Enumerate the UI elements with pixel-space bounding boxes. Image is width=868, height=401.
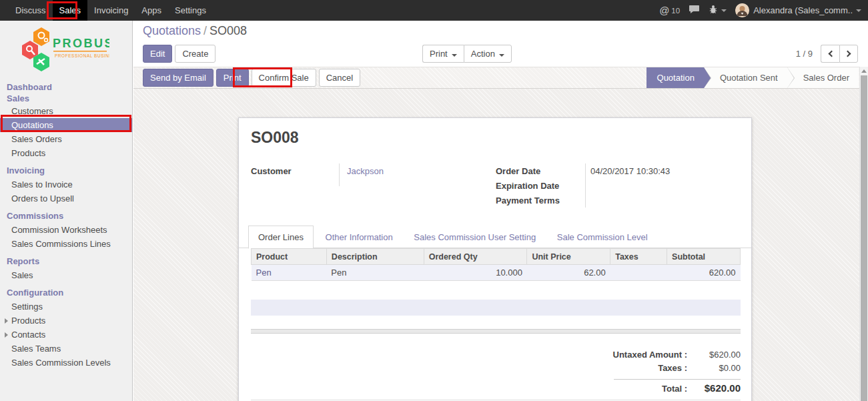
sidebar-item-sales-commission-levels[interactable]: Sales Commission Levels [0, 356, 132, 370]
totals-block: Untaxed Amount : $620.00 Taxes : $0.00 T… [540, 350, 741, 396]
svg-text:PROFESSIONAL BUSINESS: PROFESSIONAL BUSINESS [55, 53, 109, 58]
totals-divider [614, 379, 741, 380]
sidebar-item-commission-worksheets[interactable]: Commission Worksheets [0, 223, 132, 237]
sidebar-item-reports-sales[interactable]: Sales [0, 268, 132, 282]
sidebar-item-customers[interactable]: Customers [0, 104, 132, 118]
customer-value-link[interactable]: Jackpson [347, 166, 384, 176]
top-menu-sales[interactable]: Sales [53, 0, 88, 21]
vertical-scrollbar[interactable] [859, 67, 868, 401]
cell-description: Pen [326, 265, 424, 281]
chevron-right-icon [5, 318, 8, 324]
pager-previous-button[interactable] [821, 45, 839, 63]
stage-quotation[interactable]: Quotation [646, 67, 704, 88]
tab-sale-commission-level[interactable]: Sale Commission Level [548, 226, 657, 248]
cell-subtotal: 620.00 [667, 265, 741, 281]
sidebar-item-quotations[interactable]: Quotations [0, 118, 132, 132]
chevron-down-icon [721, 9, 727, 12]
order-lines-table: Product Description Ordered Qty Unit Pri… [251, 248, 741, 281]
tab-other-information[interactable]: Other Information [316, 226, 402, 248]
stage-sales-order[interactable]: Sales Order [787, 67, 859, 88]
list-footer-divider [251, 329, 741, 334]
print-dropdown-label: Print [430, 49, 448, 59]
user-menu-button[interactable]: Alexandra (Sales_comm.. [735, 3, 861, 17]
scroll-up-button[interactable] [860, 67, 868, 75]
sidebar-header-commissions[interactable]: Commissions [0, 209, 132, 223]
expiration-date-label: Expiration Date [496, 181, 559, 191]
notebook-tabs: Order Lines Other Information Sales Comm… [239, 225, 751, 248]
send-by-email-button[interactable]: Send by Email [143, 69, 213, 87]
top-menu-discuss[interactable]: Discuss [9, 0, 53, 21]
sidebar-item-settings[interactable]: Settings [0, 300, 132, 314]
breadcrumb-current: SO008 [209, 24, 247, 37]
sidebar-header-invoicing[interactable]: Invoicing [0, 163, 132, 177]
column-subtotal[interactable]: Subtotal [667, 249, 741, 265]
print-dropdown-button[interactable]: Print [422, 45, 464, 63]
field-separator [585, 163, 586, 208]
action-dropdown-button[interactable]: Action [464, 45, 512, 63]
chat-bubble-icon [689, 5, 700, 16]
print-button[interactable]: Print [216, 69, 249, 87]
customer-label: Customer [251, 166, 292, 176]
top-menu-settings[interactable]: Settings [168, 0, 213, 21]
stage-pipeline: Quotation Quotation Sent Sales Order [646, 67, 859, 88]
top-menu-invoicing[interactable]: Invoicing [87, 0, 135, 21]
chevron-down-icon [856, 9, 861, 12]
untaxed-amount-label: Untaxed Amount : [613, 350, 687, 360]
user-name-label: Alexandra (Sales_comm.. [753, 5, 853, 15]
top-navbar: Discuss Sales Invoicing Apps Settings @ … [0, 0, 868, 21]
stage-quotation-sent[interactable]: Quotation Sent [704, 67, 787, 88]
mention-count-badge: 10 [671, 7, 680, 15]
action-dropdown-label: Action [471, 49, 495, 59]
cancel-button[interactable]: Cancel [319, 69, 360, 87]
sidebar-item-label: Products [11, 316, 45, 326]
sidebar-item-label: Contacts [11, 330, 45, 340]
sidebar-item-sales-root[interactable]: Sales [0, 93, 132, 104]
edit-button[interactable]: Edit [143, 45, 172, 63]
cell-product[interactable]: Pen [252, 265, 327, 281]
triangle-up-icon [861, 69, 867, 73]
sidebar-item-sales-orders[interactable]: Sales Orders [0, 132, 132, 146]
document-title: SO008 [251, 129, 299, 147]
total-label: Total : [662, 384, 687, 394]
column-description[interactable]: Description [326, 249, 424, 265]
cell-taxes [610, 265, 667, 281]
column-ordered-qty[interactable]: Ordered Qty [424, 249, 527, 265]
confirm-sale-button[interactable]: Confirm Sale [252, 69, 316, 87]
sidebar-item-sales-teams[interactable]: Sales Teams [0, 342, 132, 356]
sidebar-item-config-products[interactable]: Products [0, 314, 132, 328]
table-row[interactable]: Pen Pen 10.000 62.00 620.00 [252, 265, 741, 281]
probuse-logo: PROBUSE PROFESSIONAL BUSINESS [21, 26, 132, 75]
breadcrumb-separator: / [201, 24, 209, 37]
column-product[interactable]: Product [252, 249, 327, 265]
sidebar-item-dashboard[interactable]: Dashboard [0, 81, 132, 93]
mentions-button[interactable]: @ 10 [659, 5, 680, 16]
sidebar-item-config-contacts[interactable]: Contacts [0, 328, 132, 342]
sidebar-item-sales-commissions-lines[interactable]: Sales Commissions Lines [0, 237, 132, 251]
sidebar: PROBUSE PROFESSIONAL BUSINESS Dashboard … [0, 21, 133, 401]
sidebar-item-products[interactable]: Products [0, 146, 132, 160]
at-icon: @ [659, 5, 669, 16]
column-taxes[interactable]: Taxes [610, 249, 667, 265]
sidebar-item-sales-to-invoice[interactable]: Sales to Invoice [0, 177, 132, 191]
top-menu-list: Discuss Sales Invoicing Apps Settings [9, 0, 213, 21]
chevron-left-icon [828, 51, 835, 57]
total-value: $620.00 [687, 382, 741, 394]
debug-menu-button[interactable] [709, 5, 727, 16]
scrollbar-thumb[interactable] [861, 75, 867, 401]
top-menu-apps[interactable]: Apps [135, 0, 168, 21]
tab-order-lines[interactable]: Order Lines [248, 226, 314, 249]
column-unit-price[interactable]: Unit Price [527, 249, 610, 265]
form-view-background: SO008 Customer Jackpson Order Date Expir… [133, 89, 868, 401]
messages-button[interactable] [689, 5, 700, 16]
chevron-right-icon [5, 332, 8, 338]
avatar [735, 3, 749, 17]
table-header-row: Product Description Ordered Qty Unit Pri… [252, 249, 741, 265]
tab-sales-commission-user-setting[interactable]: Sales Commission User Setting [404, 226, 545, 248]
pager-next-button[interactable] [839, 45, 858, 63]
create-button[interactable]: Create [175, 45, 215, 63]
sidebar-header-reports[interactable]: Reports [0, 254, 132, 268]
sidebar-header-configuration[interactable]: Configuration [0, 286, 132, 300]
breadcrumb-quotations-link[interactable]: Quotations [143, 24, 201, 37]
sidebar-item-orders-to-upsell[interactable]: Orders to Upsell [0, 191, 132, 206]
empty-list-row [251, 300, 741, 316]
